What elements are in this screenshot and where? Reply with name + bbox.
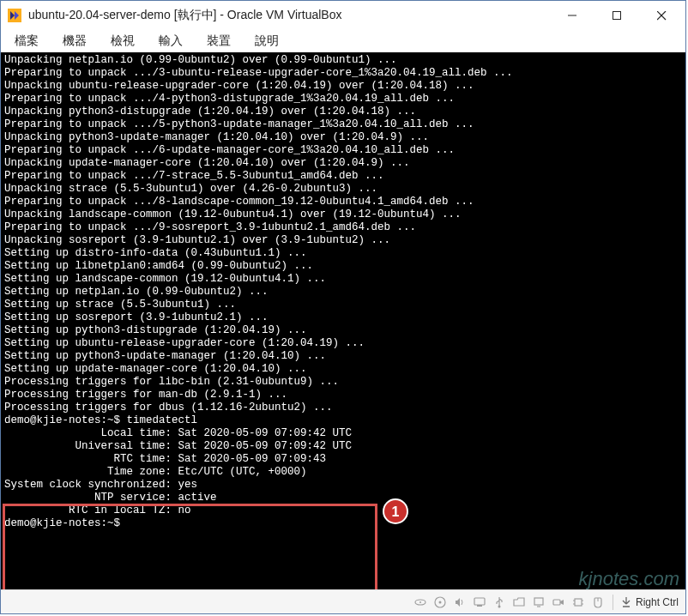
terminal-line: Unpacking python3-update-manager (1:20.0… [4,131,682,144]
recording-icon[interactable] [551,595,566,610]
terminal-line: RTC in local TZ: no [4,504,682,517]
statusbar: Right Ctrl [1,589,685,613]
terminal-line: RTC time: Sat 2020-05-09 07:09:43 [4,453,682,466]
minimize-button[interactable] [550,3,594,28]
terminal-line: demo@kjie-notes:~$ timedatectl [4,414,682,427]
svg-point-6 [419,601,421,603]
terminal-line: Unpacking ubuntu-release-upgrader-core (… [4,80,682,93]
terminal-line: Local time: Sat 2020-05-09 07:09:42 UTC [4,427,682,440]
hard-disk-icon[interactable] [413,595,428,610]
terminal-line: Processing triggers for man-db (2.9.1-1)… [4,389,682,402]
terminal-line: Preparing to unpack .../9-sosreport_3.9-… [4,221,682,234]
terminal-line: Unpacking netplan.io (0.99-0ubuntu2) ove… [4,54,682,67]
titlebar[interactable]: ubuntu-20.04-server-demo [執行中] - Oracle … [1,1,685,30]
menu-devices[interactable]: 裝置 [207,33,231,49]
terminal-line: Setting up strace (5.5-3ubuntu1) ... [4,299,682,311]
svg-rect-2 [613,12,621,20]
window-title: ubuntu-20.04-server-demo [執行中] - Oracle … [28,8,550,23]
menu-machine[interactable]: 機器 [63,33,87,49]
terminal-line: demo@kjie-notes:~$ [4,517,682,530]
display-icon[interactable] [531,595,546,610]
terminal-line: Preparing to unpack .../6-update-manager… [4,144,682,157]
svg-rect-14 [553,600,560,605]
keyboard-icon [620,596,632,608]
svg-rect-10 [477,605,482,607]
terminal-line: Unpacking strace (5.5-3ubuntu1) over (4.… [4,183,682,196]
menubar: 檔案 機器 檢視 輸入 裝置 說明 [1,30,685,52]
svg-point-11 [498,605,500,607]
vm-window: ubuntu-20.04-server-demo [執行中] - Oracle … [0,0,686,614]
terminal-output[interactable]: Unpacking netplan.io (0.99-0ubuntu2) ove… [1,52,685,589]
annotation-number: 1 [392,505,400,518]
terminal-line: Setting up landscape-common (19.12-0ubun… [4,273,682,286]
terminal-line: Unpacking landscape-common (19.12-0ubunt… [4,208,682,221]
terminal-line: Preparing to unpack .../8-landscape-comm… [4,196,682,208]
terminal-line: Setting up distro-info-data (0.43ubuntu1… [4,247,682,260]
terminal-line: Setting up update-manager-core (1:20.04.… [4,363,682,376]
terminal-line: Preparing to unpack .../5-python3-update… [4,118,682,131]
network-icon[interactable] [472,595,487,610]
app-icon [8,9,21,22]
svg-point-8 [438,601,441,603]
terminal-line: Preparing to unpack .../4-python3-distup… [4,93,682,106]
separator [613,595,613,610]
terminal-line: Setting up ubuntu-release-upgrader-core … [4,337,682,350]
annotation-marker-1: 1 [383,498,408,524]
shared-folders-icon[interactable] [511,595,527,610]
menu-view[interactable]: 檢視 [111,33,135,49]
maximize-button[interactable] [594,3,639,28]
close-button[interactable] [639,3,684,28]
terminal-line: Setting up libnetplan0:amd64 (0.99-0ubun… [4,260,682,273]
svg-rect-15 [575,599,582,606]
terminal-line: Processing triggers for dbus (1.12.16-2u… [4,402,682,414]
terminal-line: Setting up netplan.io (0.99-0ubuntu2) ..… [4,286,682,299]
audio-icon[interactable] [452,595,468,610]
processor-icon[interactable] [570,595,586,610]
status-icons [413,595,606,610]
window-controls [550,3,684,28]
menu-input[interactable]: 輸入 [159,33,183,49]
mouse-integration-icon[interactable] [590,595,606,610]
terminal-line: System clock synchronized: yes [4,479,682,492]
terminal-line: Preparing to unpack .../3-ubuntu-release… [4,67,682,80]
menu-help[interactable]: 說明 [255,33,279,49]
svg-rect-12 [534,598,543,605]
terminal-line: Time zone: Etc/UTC (UTC, +0000) [4,466,682,479]
usb-icon[interactable] [492,595,507,610]
terminal-line: Universal time: Sat 2020-05-09 07:09:42 … [4,440,682,453]
terminal-line: Unpacking sosreport (3.9-1ubuntu2.1) ove… [4,234,682,247]
menu-file[interactable]: 檔案 [15,33,39,49]
host-key-label: Right Ctrl [636,596,679,608]
terminal-line: Processing triggers for libc-bin (2.31-0… [4,376,682,389]
optical-drive-icon[interactable] [432,595,448,610]
terminal-line: Preparing to unpack .../7-strace_5.5-3ub… [4,170,682,183]
terminal-line: Setting up python3-update-manager (1:20.… [4,350,682,363]
terminal-line: Unpacking update-manager-core (1:20.04.1… [4,157,682,170]
terminal-line: Setting up python3-distupgrade (1:20.04.… [4,324,682,337]
terminal-line: NTP service: active [4,492,682,504]
terminal-line: Setting up sosreport (3.9-1ubuntu2.1) ..… [4,311,682,324]
terminal-line: Unpacking python3-distupgrade (1:20.04.1… [4,106,682,118]
host-key-indicator[interactable]: Right Ctrl [620,596,679,608]
svg-rect-9 [474,598,485,605]
